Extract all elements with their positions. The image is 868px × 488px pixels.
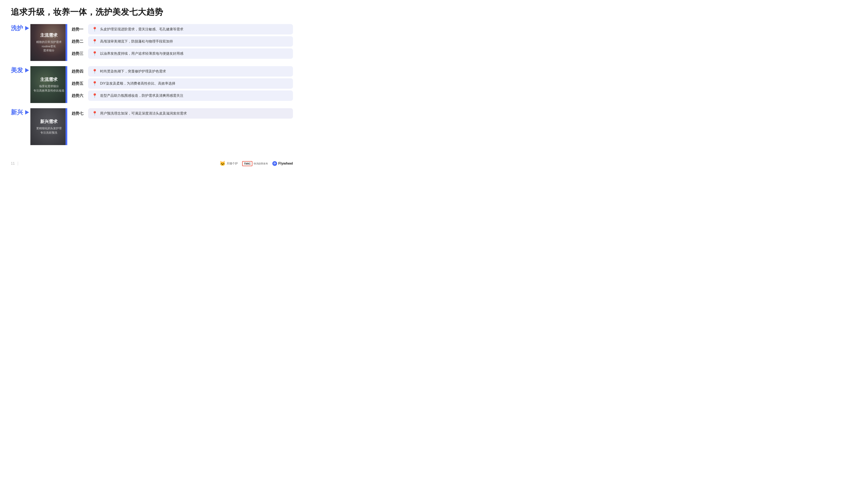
trends-list-xx: 趋势七📍用户预洗理念加深，可满足深度清洁头皮及滋润发丝需求 [72, 108, 293, 119]
location-icon-xh-1: 📍 [92, 39, 97, 44]
page-container: 追求升级，妆养一体，洗护美发七大趋势 洗护主流需求精致的日常洗护需求routin… [11, 6, 293, 145]
trends-list-xh: 趋势一📍头皮护理呈现进阶需求，需关注敏感、毛孔健康等需求趋势二📍高颅顶审美潮流下… [72, 24, 293, 59]
trend-item-xh-0: 趋势一📍头皮护理呈现进阶需求，需关注敏感、毛孔健康等需求 [72, 24, 293, 34]
trend-text-mf-1: DIY染发及柔顺，为消费者高性价比、高效率选择 [100, 81, 175, 86]
trend-item-xh-1: 趋势二📍高颅顶审美潮流下，防脱蓬松与物理手段双加持 [72, 36, 293, 46]
footer-page: 11 [11, 162, 19, 165]
trend-item-mf-1: 趋势五📍DIY染发及柔顺，为消费者高性价比、高效率选择 [72, 78, 293, 89]
section-label-text-xh: 洗护 [11, 24, 23, 32]
trend-card-xh-0: 📍头皮护理呈现进阶需求，需关注敏感、毛孔健康等需求 [88, 24, 293, 34]
location-icon-mf-2: 📍 [92, 93, 97, 98]
image-sub-label-mf-1: 专注高效率及性价比妆造 [33, 89, 64, 93]
trend-text-xh-2: 以油养发热度持续，用户追求轻薄质地与便捷友好用感 [100, 51, 183, 56]
page-number: 11 [11, 162, 15, 165]
image-content-xx: 新兴需求更精细化的头发护理专注洗前预洗 [30, 108, 67, 145]
image-box-xh: 主流需求精致的日常洗护需求routine变长需求细分 [30, 24, 67, 61]
image-main-label-mf: 主流需求 [40, 76, 58, 83]
footer: 11 🐱 天猫个护 TMIC 快消趋势发布 ⟳ Flywheel [11, 161, 293, 166]
location-icon-mf-0: 📍 [92, 69, 97, 74]
location-icon-mf-1: 📍 [92, 81, 97, 86]
tmic-label: TMIC [244, 162, 251, 165]
trend-item-xh-2: 趋势三📍以油养发热度持续，用户追求轻薄质地与便捷友好用感 [72, 48, 293, 59]
image-sub-label-xx-0: 更精细化的头发护理 [36, 126, 62, 131]
section-label-mf: 美发 [11, 66, 30, 74]
trend-text-xh-0: 头皮护理呈现进阶需求，需关注敏感、毛孔健康等需求 [100, 27, 183, 32]
tmic-logo-group: TMIC 快消趋势发布 [242, 161, 268, 166]
image-sub-label-xx-1: 专注洗前预洗 [40, 131, 57, 135]
image-box-mf: 主流需求场景化需求细分专注高效率及性价比妆造 [30, 66, 67, 103]
flywheel-logo: ⟳ Flywheel [272, 161, 293, 166]
trend-text-mf-0: 时尚烫染热潮下，突显修护护理及护色需求 [100, 69, 166, 74]
image-sub-label-xh-0: 精致的日常洗护需求 [36, 40, 62, 44]
trend-text-mf-2: 造型产品助力氛围感妆造，防护需求及清爽用感需关注 [100, 93, 183, 98]
arrow-icon-xx [25, 110, 29, 115]
flywheel-icon: ⟳ [272, 161, 277, 166]
trend-label-mf-2: 趋势六 [72, 93, 85, 98]
tmic-logo: TMIC [242, 161, 253, 166]
image-sub-label-xh-1: routine变长 [42, 44, 56, 48]
image-main-label-xx: 新兴需求 [40, 119, 58, 125]
trend-card-mf-2: 📍造型产品助力氛围感妆造，防护需求及清爽用感需关注 [88, 91, 293, 101]
trend-text-xx-0: 用户预洗理念加深，可满足深度清洁头皮及滋润发丝需求 [100, 111, 187, 116]
trend-label-xh-0: 趋势一 [72, 27, 85, 32]
trend-card-xh-1: 📍高颅顶审美潮流下，防脱蓬松与物理手段双加持 [88, 36, 293, 46]
section-label-text-xx: 新兴 [11, 108, 23, 117]
trend-card-mf-1: 📍DIY染发及柔顺，为消费者高性价比、高效率选择 [88, 78, 293, 89]
cat-icon: 🐱 [220, 161, 225, 166]
image-box-xx: 新兴需求更精细化的头发护理专注洗前预洗 [30, 108, 67, 145]
trend-item-mf-2: 趋势六📍造型产品助力氛围感妆造，防护需求及清爽用感需关注 [72, 91, 293, 101]
section-xh: 洗护主流需求精致的日常洗护需求routine变长需求细分趋势一📍头皮护理呈现进阶… [11, 24, 293, 61]
trend-label-mf-1: 趋势五 [72, 81, 85, 86]
trend-label-mf-0: 趋势四 [72, 69, 85, 74]
section-mf: 美发主流需求场景化需求细分专注高效率及性价比妆造趋势四📍时尚烫染热潮下，突显修护… [11, 66, 293, 103]
location-icon-xx-0: 📍 [92, 111, 97, 116]
trend-label-xh-1: 趋势二 [72, 39, 85, 44]
image-sub-label-xh-2: 需求细分 [43, 48, 55, 53]
footer-logos: 🐱 天猫个护 TMIC 快消趋势发布 ⟳ Flywheel [220, 161, 293, 166]
location-icon-xh-2: 📍 [92, 51, 97, 56]
arrow-icon-xh [25, 26, 29, 30]
image-content-xh: 主流需求精致的日常洗护需求routine变长需求细分 [30, 24, 67, 61]
trend-label-xh-2: 趋势三 [72, 51, 85, 56]
trend-item-mf-0: 趋势四📍时尚烫染热潮下，突显修护护理及护色需求 [72, 66, 293, 76]
section-label-xh: 洗护 [11, 24, 30, 32]
location-icon-xh-0: 📍 [92, 27, 97, 32]
trends-list-mf: 趋势四📍时尚烫染热潮下，突显修护护理及护色需求趋势五📍DIY染发及柔顺，为消费者… [72, 66, 293, 101]
image-content-mf: 主流需求场景化需求细分专注高效率及性价比妆造 [30, 66, 67, 103]
section-xx: 新兴新兴需求更精细化的头发护理专注洗前预洗趋势七📍用户预洗理念加深，可满足深度清… [11, 108, 293, 145]
tianmao-logo: 🐱 天猫个护 [220, 161, 238, 166]
trend-item-xx-0: 趋势七📍用户预洗理念加深，可满足深度清洁头皮及滋润发丝需求 [72, 108, 293, 119]
trend-card-xh-2: 📍以油养发热度持续，用户追求轻薄质地与便捷友好用感 [88, 48, 293, 59]
main-content: 洗护主流需求精致的日常洗护需求routine变长需求细分趋势一📍头皮护理呈现进阶… [11, 24, 293, 145]
image-sub-label-mf-0: 场景化需求细分 [39, 84, 59, 89]
trend-text-xh-1: 高颅顶审美潮流下，防脱蓬松与物理手段双加持 [100, 39, 173, 44]
tianmao-label: 天猫个护 [226, 162, 238, 165]
trend-card-xx-0: 📍用户预洗理念加深，可满足深度清洁头皮及滋润发丝需求 [88, 108, 293, 119]
flywheel-label: Flywheel [278, 162, 293, 165]
image-main-label-xh: 主流需求 [40, 32, 58, 38]
page-title: 追求升级，妆养一体，洗护美发七大趋势 [11, 6, 293, 18]
section-label-text-mf: 美发 [11, 66, 23, 74]
trend-label-xx-0: 趋势七 [72, 111, 85, 116]
section-label-xx: 新兴 [11, 108, 30, 117]
trend-card-mf-0: 📍时尚烫染热潮下，突显修护护理及护色需求 [88, 66, 293, 76]
arrow-icon-mf [25, 68, 29, 72]
tmic-sub: 快消趋势发布 [254, 162, 268, 165]
